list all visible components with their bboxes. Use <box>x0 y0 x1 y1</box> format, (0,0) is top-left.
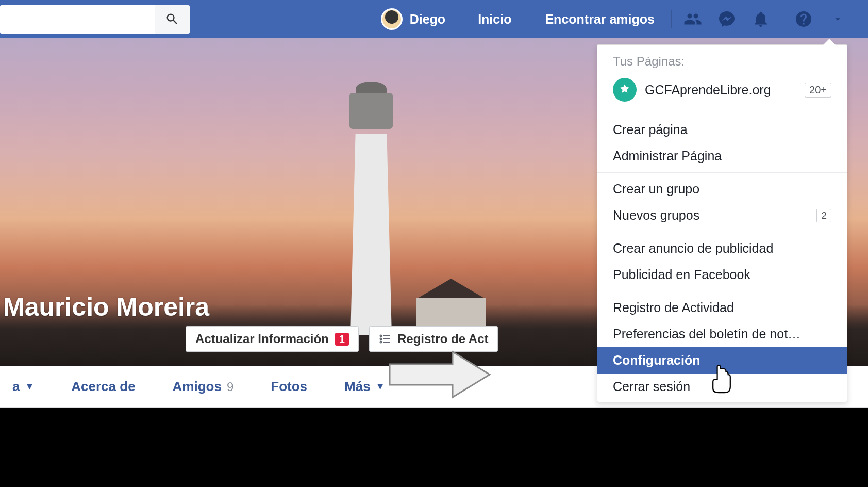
tab-label: a <box>12 379 20 395</box>
separator <box>782 10 782 28</box>
search-wrap <box>0 5 190 34</box>
update-info-button[interactable]: Actualizar Información 1 <box>186 326 359 352</box>
svg-point-4 <box>380 342 382 343</box>
tab-friends[interactable]: Amigos 9 <box>160 379 246 395</box>
search-input[interactable] <box>0 5 155 34</box>
cursor-icon <box>709 365 734 396</box>
profile-name: Mauricio Moreira <box>3 292 209 322</box>
search-icon <box>165 12 179 26</box>
account-dropdown: Tus Páginas: GCFAprendeLibre.org 20+ Cre… <box>597 44 847 402</box>
chevron-down-icon: ▼ <box>376 381 385 392</box>
dropdown-create-page[interactable]: Crear página <box>597 117 847 143</box>
separator <box>461 10 461 28</box>
new-groups-badge: 2 <box>816 209 831 222</box>
friends-count: 9 <box>227 380 233 394</box>
friend-requests-button[interactable] <box>678 4 708 34</box>
dropdown-manage-page[interactable]: Administrar Página <box>597 143 847 169</box>
separator <box>528 10 528 28</box>
page-avatar-icon <box>613 78 637 102</box>
search-button[interactable] <box>155 5 190 34</box>
messages-button[interactable] <box>712 4 742 34</box>
activity-log-label: Registro de Act <box>397 332 488 346</box>
dropdown-new-groups[interactable]: Nuevos grupos 2 <box>597 202 847 229</box>
dropdown-create-ad[interactable]: Crear anuncio de publicidad <box>597 235 847 262</box>
list-icon <box>379 333 391 345</box>
help-button[interactable] <box>789 4 819 34</box>
friends-icon <box>683 10 702 28</box>
tab-label: Amigos <box>173 379 222 395</box>
separator <box>597 172 847 173</box>
bell-icon <box>752 10 770 28</box>
dropdown-item-label: Nuevos grupos <box>613 208 699 223</box>
separator <box>597 232 847 232</box>
home-link[interactable]: Inicio <box>468 12 522 27</box>
dropdown-page-name: GCFAprendeLibre.org <box>645 83 796 98</box>
tab-about[interactable]: Acerca de <box>59 379 147 395</box>
help-icon <box>794 10 813 28</box>
chevron-down-icon <box>832 13 843 25</box>
svg-point-0 <box>380 335 382 337</box>
dropdown-page-badge: 20+ <box>805 83 831 98</box>
tab-label: Más <box>344 379 371 395</box>
letterbox-bar <box>0 408 868 487</box>
activity-log-button[interactable]: Registro de Act <box>369 326 498 352</box>
notifications-button[interactable] <box>746 4 776 34</box>
dropdown-pages-header: Tus Páginas: <box>597 45 847 75</box>
update-info-label: Actualizar Información <box>195 332 329 346</box>
avatar <box>381 8 403 30</box>
callout-arrow-icon <box>386 349 494 400</box>
dropdown-advertising[interactable]: Publicidad en Facebook <box>597 262 847 288</box>
tab-timeline[interactable]: a ▼ <box>0 379 46 395</box>
separator <box>671 10 672 28</box>
dropdown-news-prefs[interactable]: Preferencias del boletín de not… <box>597 321 847 347</box>
find-friends-link[interactable]: Encontrar amigos <box>535 12 665 27</box>
cover-decor <box>340 93 402 335</box>
nav-right: Diego Inicio Encontrar amigos <box>372 4 868 34</box>
tab-photos[interactable]: Fotos <box>258 379 320 395</box>
dropdown-page-item[interactable]: GCFAprendeLibre.org 20+ <box>597 75 847 110</box>
dropdown-activity-log[interactable]: Registro de Actividad <box>597 295 847 321</box>
separator <box>597 113 847 113</box>
account-menu-button[interactable] <box>823 4 853 34</box>
messenger-icon <box>717 10 736 28</box>
update-info-badge: 1 <box>335 333 349 346</box>
dropdown-create-group[interactable]: Crear un grupo <box>597 176 847 202</box>
svg-point-2 <box>380 338 382 340</box>
chevron-down-icon: ▼ <box>25 381 34 392</box>
profile-link-label: Diego <box>410 12 445 27</box>
top-nav: Diego Inicio Encontrar amigos <box>0 0 868 38</box>
profile-link[interactable]: Diego <box>372 8 455 30</box>
separator <box>597 291 847 291</box>
